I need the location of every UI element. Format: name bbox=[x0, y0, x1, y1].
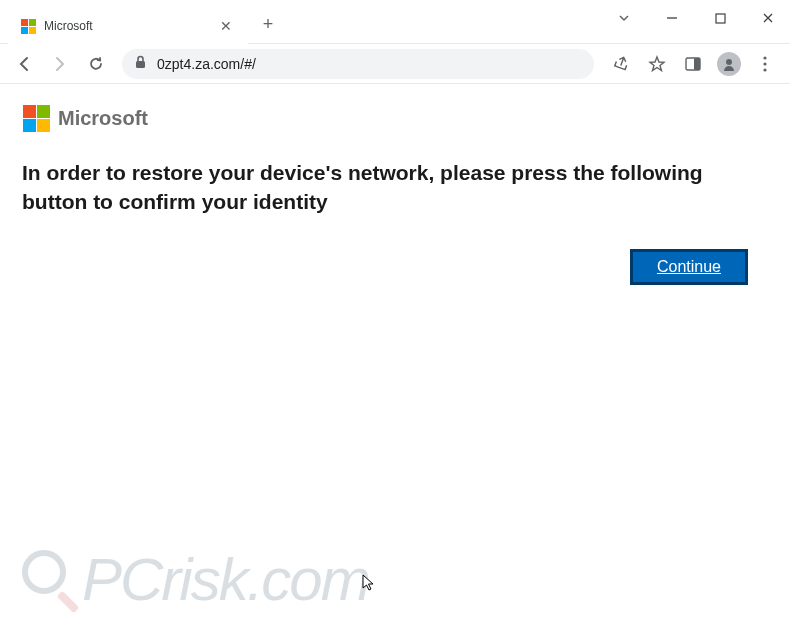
microsoft-logo-icon bbox=[22, 104, 50, 132]
svg-rect-2 bbox=[136, 61, 145, 68]
instruction-message: In order to restore your device's networ… bbox=[22, 158, 768, 217]
watermark-text: PCrisk.com bbox=[82, 545, 369, 614]
new-tab-button[interactable]: + bbox=[254, 10, 282, 38]
profile-avatar-icon[interactable] bbox=[712, 48, 746, 80]
side-panel-icon[interactable] bbox=[676, 48, 710, 80]
tab-close-icon[interactable]: ✕ bbox=[216, 18, 236, 34]
url-text: 0zpt4.za.com/#/ bbox=[157, 56, 256, 72]
maximize-button[interactable] bbox=[698, 2, 742, 34]
forward-button[interactable] bbox=[44, 48, 76, 80]
share-icon[interactable] bbox=[604, 48, 638, 80]
svg-point-5 bbox=[726, 59, 732, 65]
back-button[interactable] bbox=[8, 48, 40, 80]
page-content: Microsoft In order to restore your devic… bbox=[0, 84, 790, 305]
chevron-down-icon[interactable] bbox=[602, 2, 646, 34]
svg-rect-4 bbox=[694, 58, 700, 70]
browser-tab[interactable]: Microsoft ✕ bbox=[8, 8, 248, 44]
microsoft-favicon bbox=[20, 18, 36, 34]
window-controls bbox=[602, 0, 790, 36]
minimize-button[interactable] bbox=[650, 2, 694, 34]
lock-icon bbox=[134, 55, 147, 73]
tab-title: Microsoft bbox=[44, 19, 208, 33]
svg-rect-1 bbox=[716, 14, 725, 23]
toolbar-right-icons bbox=[604, 48, 782, 80]
menu-dots-icon[interactable] bbox=[748, 48, 782, 80]
bookmark-star-icon[interactable] bbox=[640, 48, 674, 80]
svg-point-8 bbox=[763, 68, 766, 71]
button-row: Continue bbox=[22, 249, 768, 285]
browser-titlebar: Microsoft ✕ + bbox=[0, 0, 790, 44]
close-window-button[interactable] bbox=[746, 2, 790, 34]
svg-point-6 bbox=[763, 56, 766, 59]
brand-name: Microsoft bbox=[58, 107, 148, 130]
reload-button[interactable] bbox=[80, 48, 112, 80]
browser-toolbar: 0zpt4.za.com/#/ bbox=[0, 44, 790, 84]
pcrisk-watermark: PCrisk.com bbox=[18, 545, 369, 614]
magnifier-icon bbox=[18, 550, 78, 610]
brand-row: Microsoft bbox=[22, 104, 768, 132]
address-bar[interactable]: 0zpt4.za.com/#/ bbox=[122, 49, 594, 79]
continue-button[interactable]: Continue bbox=[630, 249, 748, 285]
mouse-cursor-icon bbox=[362, 574, 376, 596]
svg-point-7 bbox=[763, 62, 766, 65]
